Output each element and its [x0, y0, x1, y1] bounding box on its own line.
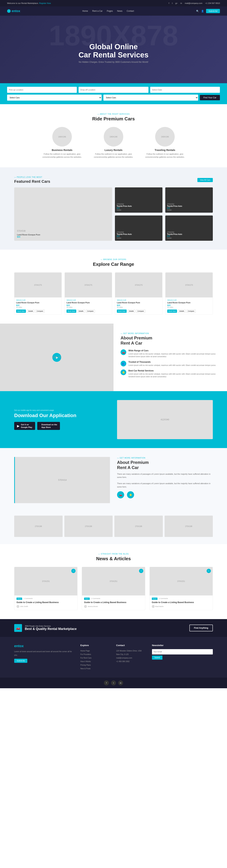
featured-main-car-name: Land Rover Evoque Pure [17, 234, 109, 236]
details-btn-2[interactable]: Details [128, 310, 135, 313]
download-tag: Get our mobile app for easy and convenie… [14, 409, 110, 411]
site-logo[interactable]: entox [7, 9, 20, 13]
nav-rent[interactable]: Rent a Car [92, 10, 103, 12]
view-all-button[interactable]: View All Cars [197, 178, 213, 182]
range-car-3: 370X275 Sedan Car Land Rover Evoque Pure… [165, 272, 213, 315]
author-avatar-2 [152, 605, 155, 608]
about2-icon-item-0: 🚗 [117, 491, 124, 498]
submit-ad-button[interactable]: Submit Ad [206, 9, 220, 13]
date-input[interactable] [150, 87, 220, 93]
about-content: Get More Information About PremiumRent A… [114, 323, 227, 391]
about-item-2: ⭐ Best Car Rental Services Lorem ipsum v… [121, 369, 220, 378]
range-img-2: 370X275 [115, 273, 162, 298]
footer-explore-col: Explore Home Page For Providers For Rent… [80, 644, 111, 671]
footer-submit-button[interactable]: Submit Ad [14, 659, 27, 663]
twitter-icon[interactable]: t [172, 2, 173, 4]
car-select-1[interactable]: Select Cars [7, 95, 102, 101]
footer-instagram-icon[interactable]: in [118, 680, 123, 685]
about2-tag: Get More Information [117, 457, 213, 459]
footer-link-3[interactable]: How it Works [80, 660, 111, 663]
footer-link-5[interactable]: New & Posts [80, 667, 111, 671]
nav-pages[interactable]: Pages [107, 10, 113, 12]
ride-card-desc-2: Follow the outlinem in our application, … [142, 153, 188, 158]
search-icon[interactable]: 🔍 [196, 10, 199, 12]
about-title: About PremiumRent A Car [121, 336, 220, 346]
footer-bottom: f t in [0, 678, 227, 688]
about-video-label: 932X733 [52, 356, 61, 359]
google-play-button[interactable]: ▶ Get it on Google Play [14, 422, 35, 430]
footer-address: 120 Wooden Gliders Drive, USA [116, 649, 147, 653]
nav-news[interactable]: News [117, 10, 122, 12]
author-avatar-0 [16, 605, 19, 608]
nav-contact[interactable]: Contact [127, 10, 134, 12]
hero-subtitle: No Hidden Charges. Entox Trusted by 3800… [79, 61, 148, 63]
linkedin-icon[interactable]: in [181, 2, 182, 4]
google-plus-icon[interactable]: g+ [176, 2, 178, 4]
ride-card-desc-1: Follow the outlinem in our application, … [90, 153, 137, 158]
range-title: Explore Car Range [14, 261, 213, 267]
nav-actions: 🔍 👤 Submit Ad [196, 9, 220, 13]
footer-link-4[interactable]: Pricing Plans [80, 663, 111, 667]
user-icon[interactable]: 👤 [201, 10, 204, 12]
book-btn-0[interactable]: Book Now [16, 310, 26, 313]
pickup-input[interactable] [7, 87, 77, 93]
footer-facebook-icon[interactable]: f [104, 680, 109, 685]
about2-icon-row: 🚗 ⭐ [117, 491, 213, 498]
car-range-section: Browse Our Offers Explore Car Range 370X… [0, 250, 227, 323]
details-btn-3[interactable]: Details [178, 310, 186, 313]
footer-social: f t in [104, 680, 123, 685]
featured-grid: 570X538 Land Rover Evoque Pure $33 270X2… [14, 187, 213, 241]
dropoff-input[interactable] [79, 87, 148, 93]
compare-btn-3[interactable]: Compare [187, 310, 196, 313]
compare-btn-1[interactable]: Compare [86, 310, 95, 313]
thumbnails-row: 270X188 270X188 270X188 270X188 [0, 512, 227, 544]
footer-link-1[interactable]: For Providers [80, 653, 111, 656]
range-tag: Browse Our Offers [14, 258, 213, 260]
about2-car-icon: 🚗 [117, 491, 124, 498]
google-play-label: Google Play [21, 426, 32, 429]
google-play-icon: ▶ [17, 424, 20, 428]
news-img-0: 370X251 + [14, 567, 77, 595]
footer-link-0[interactable]: Home Page [80, 649, 111, 653]
footer-about-text: Lorem sit lorem around and around and lo… [14, 650, 75, 657]
news-cat-1: News [84, 597, 90, 600]
app-store-button[interactable]: Download on the App Store [37, 422, 60, 430]
news-date-2: 1 Comments [159, 597, 168, 600]
thumb-2: 270X188 [114, 516, 163, 537]
news-card-1: 370X251 + News 1 Comments Guide to Creat… [82, 567, 145, 610]
author-avatar-1 [84, 605, 87, 608]
book-btn-1[interactable]: Book Now [67, 310, 76, 313]
compare-btn-2[interactable]: Compare [136, 310, 145, 313]
cta-banner: 🚗 3000 People Use Entox Services Best & … [0, 619, 227, 637]
book-btn-2[interactable]: Book Now [117, 310, 127, 313]
ride-card-title-0: Business Rentals [39, 149, 85, 152]
about2-section: 570X414 Get More Information About Premi… [0, 448, 227, 512]
details-btn-1[interactable]: Details [77, 310, 85, 313]
facebook-icon[interactable]: f [169, 2, 169, 4]
google-play-sub: Get it on [21, 423, 32, 426]
footer-link-2[interactable]: For Rent Cars [80, 656, 111, 660]
ride-card-2: 190X196 Traveling Rentals Follow the out… [142, 127, 188, 158]
register-link[interactable]: Register Now [39, 2, 51, 4]
about-item-0: 🚗 Wide Range of Cars Lorem ipsum velit e… [121, 349, 220, 358]
news-title-2: Guide to Create a Listing Based Business [152, 601, 211, 604]
car-select-2[interactable]: Select Cars [103, 95, 198, 101]
book-btn-3[interactable]: Book Now [167, 310, 177, 313]
details-btn-0[interactable]: Details [27, 310, 34, 313]
hero-title: Global OnlineCar Rental Services [79, 43, 149, 59]
about-icon-0: 🚗 [121, 349, 126, 355]
cta-sub-text: 3000 People Use Entox Services [25, 625, 77, 627]
nav-home[interactable]: Home [82, 10, 88, 12]
compare-btn-0[interactable]: Compare [35, 310, 44, 313]
logo-dot [7, 9, 11, 13]
find-anything-button[interactable]: Find Anything [189, 625, 213, 631]
hero-section: 1890X878 Global OnlineCar Rental Service… [0, 16, 227, 83]
find-car-button[interactable]: Find Your Car [200, 95, 220, 100]
newsletter-button[interactable]: Submit [152, 655, 162, 660]
footer-twitter-icon[interactable]: t [111, 680, 116, 685]
ride-cards: 190X196 Business Rentals Follow the outl… [14, 127, 213, 158]
featured-title: Featured Rent Cars [14, 179, 50, 184]
newsletter-input[interactable] [152, 649, 213, 654]
search-box: Select Cars Select Cars Find Your Car [0, 83, 227, 104]
about2-icon-item-1: ⭐ [127, 491, 134, 498]
